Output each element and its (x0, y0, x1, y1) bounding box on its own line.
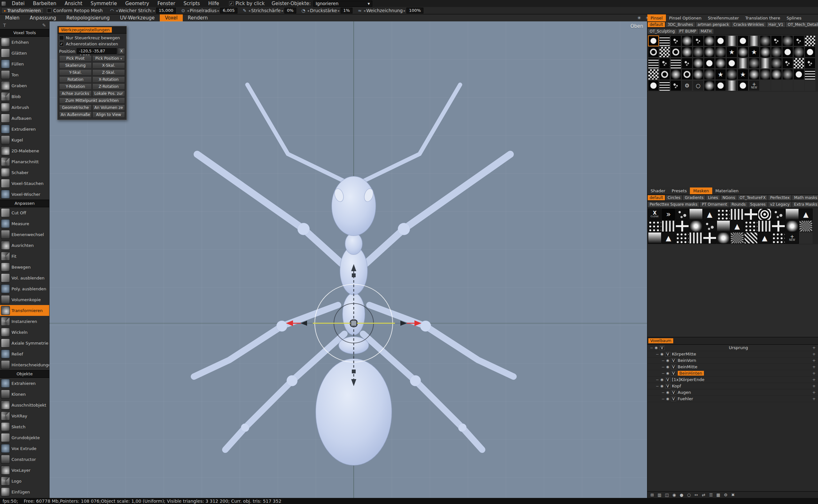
checkbox-icon[interactable]: ✓ (59, 42, 64, 46)
stepper-increase-icon[interactable]: ▸ (403, 9, 405, 13)
brush-thumb[interactable] (793, 47, 804, 57)
tree-item-kopf[interactable]: −◉VKopf+ (647, 383, 818, 389)
brush-thumb[interactable] (693, 58, 704, 69)
brush-thumb[interactable] (726, 80, 737, 91)
menu-geometry[interactable]: Geometry (121, 0, 153, 7)
mask-thumb[interactable] (703, 232, 716, 244)
mask-thumb[interactable] (689, 232, 703, 244)
tab-uv-werkzeuge[interactable]: UV-Werkzeuge (115, 14, 160, 21)
button-geometrische[interactable]: Geometrische (59, 104, 92, 111)
mask-thumb[interactable] (730, 209, 744, 220)
close-masks-button[interactable]: XCLOSE (648, 209, 661, 220)
brush-thumb[interactable] (715, 58, 726, 69)
brush-thumb[interactable] (738, 35, 748, 46)
brush-thumb[interactable] (760, 47, 771, 57)
button-lokale-pos-zur[interactable]: Lokale Pos. zur (92, 90, 125, 97)
tab-splines[interactable]: Splines (784, 14, 805, 21)
menu-datei[interactable]: Datei (8, 0, 29, 7)
maskgroup-lines[interactable]: Lines (706, 195, 720, 201)
eye-icon[interactable]: ◉ (661, 352, 664, 356)
brush-thumb[interactable] (805, 35, 815, 46)
param-value[interactable]: 15,000 (156, 8, 176, 13)
brush-thumb[interactable] (704, 69, 715, 80)
tool-airbrush[interactable]: Airbrush (0, 102, 49, 113)
brushgroup-hair-v1[interactable]: Hair_V1 (766, 22, 786, 27)
tool-klonen[interactable]: Klonen (0, 389, 49, 400)
tab-masken[interactable]: Masken (690, 187, 712, 194)
button-align-to-view[interactable]: Align to View (92, 111, 125, 118)
brush-thumb[interactable] (793, 58, 804, 69)
viewport-3d[interactable]: Oben Werkzeugeinstellungen Nur Steuerkre… (50, 21, 647, 498)
current-tool-chip[interactable]: ▸ Transformieren (1, 7, 44, 14)
new-brush-button[interactable]: +NEW (749, 80, 760, 91)
gear-icon[interactable]: ⚙ (682, 80, 692, 91)
collapse-icon[interactable]: − (656, 378, 659, 382)
eye-icon[interactable]: ◉ (666, 371, 669, 375)
delete-layer-icon[interactable]: ▥ (657, 493, 662, 497)
tree-item-1x-k-rperende[interactable]: −◉V[1x]KörperEnde+ (647, 377, 818, 383)
brush-thumb[interactable] (670, 58, 681, 69)
menu-fenster[interactable]: Fenster (153, 0, 180, 7)
tab-anpassung[interactable]: Anpassung (25, 14, 61, 21)
collapse-icon[interactable]: − (650, 346, 653, 350)
settings-icon[interactable]: ⚙ (723, 493, 729, 497)
tool-vol-ausblenden[interactable]: Vol. ausblenden (0, 272, 49, 283)
eye-icon[interactable]: ◉ (666, 365, 669, 369)
new-mask-button[interactable]: +NEW (785, 232, 799, 244)
mask-thumb[interactable] (744, 209, 758, 220)
tree-item-beinvorn[interactable]: −◉VBeinVorn+ (647, 357, 818, 364)
collapse-icon[interactable]: − (661, 358, 665, 363)
button-skalierung[interactable]: Skalierung (59, 62, 92, 69)
brush-thumb[interactable] (738, 80, 748, 91)
brush-thumb[interactable] (782, 69, 793, 80)
tab-translation-there[interactable]: Translation there (742, 14, 783, 21)
menu-ansicht[interactable]: Ansicht (60, 0, 86, 7)
maskgroup-default[interactable]: default (647, 195, 665, 201)
tool-wickeln[interactable]: Wickeln (0, 327, 49, 338)
eye-icon[interactable]: ◉ (666, 390, 669, 394)
button-y-rotation[interactable]: Y-Rotation (59, 83, 92, 90)
brush-thumb[interactable] (715, 47, 726, 57)
maskgroup-ngons[interactable]: NGons (720, 195, 737, 201)
add-volume-button[interactable]: + (812, 390, 816, 395)
mask-thumb[interactable] (648, 220, 661, 232)
tool-axiale-symmetrie[interactable]: Axiale Symmetrie (0, 338, 49, 348)
close-panel-icon[interactable]: ✖ (730, 493, 736, 497)
tool-transformieren[interactable]: Transformieren (0, 305, 49, 316)
tab-materialien[interactable]: Materialien (712, 187, 742, 194)
maskgroup-perfecttex-square-masks[interactable]: Perfecttex Square masks (647, 202, 700, 207)
tool-instanzieren[interactable]: Instanzieren (0, 316, 49, 327)
tab-shader[interactable]: Shader (647, 187, 669, 194)
maskgroup-pt-ornament[interactable]: PT Ornament (700, 202, 729, 207)
chevron-right-icon[interactable]: » (662, 209, 675, 220)
stepper-increase-icon[interactable]: ▸ (338, 9, 340, 13)
brush-thumb[interactable] (693, 69, 704, 80)
collapse-icon[interactable]: − (656, 352, 659, 356)
brush-thumb[interactable] (793, 35, 804, 46)
brush-thumb[interactable] (659, 69, 670, 80)
maskgroup-v2-legacy[interactable]: v2 Legacy (768, 202, 792, 207)
tool-ausschnittobjekt[interactable]: Ausschnittobjekt (0, 400, 49, 410)
tool-fit[interactable]: Fit (0, 251, 49, 262)
button-y-skal[interactable]: Y-Skal. (59, 69, 92, 76)
brush-thumb[interactable] (659, 80, 670, 91)
button-x-rotation[interactable]: X-Rotation (92, 76, 125, 83)
tool-erh-hen[interactable]: Erhöhen (0, 37, 49, 48)
collapse-icon[interactable]: − (661, 365, 665, 369)
tree-item-beinmitte[interactable]: −◉VBeinMitte+ (647, 364, 818, 370)
brush-thumb[interactable] (749, 58, 760, 69)
brushgroup-ot-sculpting[interactable]: OT_Sculpting (647, 28, 677, 34)
conform-retopo-checkbox[interactable]: Conform Retopo Mesh (47, 8, 103, 13)
param-value[interactable]: 1% (340, 8, 352, 13)
mask-thumb[interactable] (689, 209, 703, 220)
tool-kugel[interactable]: Kugel (0, 134, 49, 145)
brushgroup-3dc-brushes[interactable]: 3DC_Brushes (665, 22, 695, 27)
eye-icon[interactable]: ◉ (661, 384, 664, 388)
eye-icon[interactable]: ◉ (666, 397, 669, 401)
eye-icon[interactable]: ◉ (655, 346, 658, 350)
move-icon[interactable]: ↔ (693, 493, 699, 497)
brushgroup-ot-mech-details[interactable]: OT_Mech_Details (785, 22, 818, 27)
brush-thumb[interactable] (726, 58, 737, 69)
tool-cut-off[interactable]: Cut Off (0, 207, 49, 218)
eye-icon[interactable]: ◉ (666, 358, 669, 363)
